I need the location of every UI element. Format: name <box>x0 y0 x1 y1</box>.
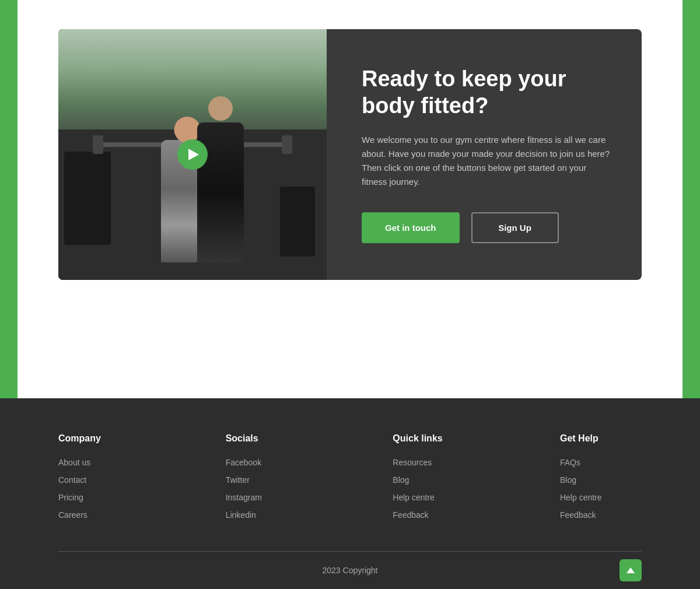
footer-link-helpcentre-help[interactable]: Help centre <box>560 493 642 502</box>
hero-card: Ready to keep your body fitted? We welco… <box>58 29 642 280</box>
back-to-top-button[interactable] <box>620 559 642 581</box>
hero-buttons: Get in touch Sign Up <box>362 212 612 243</box>
footer-link-blog-quick[interactable]: Blog <box>393 475 474 485</box>
hero-image <box>58 29 327 280</box>
equipment-right <box>280 187 315 257</box>
hero-title: Ready to keep your body fitted? <box>362 66 612 119</box>
main-content: Ready to keep your body fitted? We welco… <box>18 0 682 398</box>
get-in-touch-button[interactable]: Get in touch <box>362 212 460 243</box>
footer-columns: Company About us Contact Pricing Careers… <box>58 433 642 551</box>
footer-link-facebook[interactable]: Facebook <box>226 458 307 467</box>
footer-link-twitter[interactable]: Twitter <box>226 475 307 485</box>
footer-bottom: 2023 Copyright <box>58 551 642 589</box>
footer-link-feedback-quick[interactable]: Feedback <box>393 510 474 520</box>
footer: Company About us Contact Pricing Careers… <box>0 398 700 589</box>
footer-link-blog-help[interactable]: Blog <box>560 475 642 485</box>
hero-text-section: Ready to keep your body fitted? We welco… <box>327 29 642 280</box>
page-outer: Ready to keep your body fitted? We welco… <box>0 0 700 589</box>
copyright-text: 2023 Copyright <box>323 566 378 575</box>
equipment-left <box>64 152 111 245</box>
person-male <box>197 122 244 262</box>
footer-link-instagram[interactable]: Instagram <box>226 493 307 502</box>
footer-col-quicklinks: Quick links Resources Blog Help centre F… <box>393 433 474 528</box>
footer-link-linkedin[interactable]: Linkedin <box>226 510 307 520</box>
footer-link-contact[interactable]: Contact <box>58 475 140 485</box>
footer-socials-title: Socials <box>226 433 307 444</box>
footer-link-resources[interactable]: Resources <box>393 458 474 467</box>
footer-link-helpcentre-quick[interactable]: Help centre <box>393 493 474 502</box>
footer-company-title: Company <box>58 433 140 444</box>
footer-col-gethelp: Get Help FAQs Blog Help centre Feedback <box>560 433 642 528</box>
footer-link-faqs[interactable]: FAQs <box>560 458 642 467</box>
footer-col-company: Company About us Contact Pricing Careers <box>58 433 140 528</box>
footer-quicklinks-title: Quick links <box>393 433 474 444</box>
footer-gethelp-title: Get Help <box>560 433 642 444</box>
hero-description: We welcome you to our gym centre where f… <box>362 133 612 189</box>
sign-up-button[interactable]: Sign Up <box>471 212 559 243</box>
footer-link-about[interactable]: About us <box>58 458 140 467</box>
footer-link-feedback-help[interactable]: Feedback <box>560 510 642 520</box>
play-button[interactable] <box>177 139 208 170</box>
footer-col-socials: Socials Facebook Twitter Instagram Linke… <box>226 433 307 528</box>
footer-link-pricing[interactable]: Pricing <box>58 493 140 502</box>
footer-link-careers[interactable]: Careers <box>58 510 140 520</box>
spacer <box>58 280 642 398</box>
